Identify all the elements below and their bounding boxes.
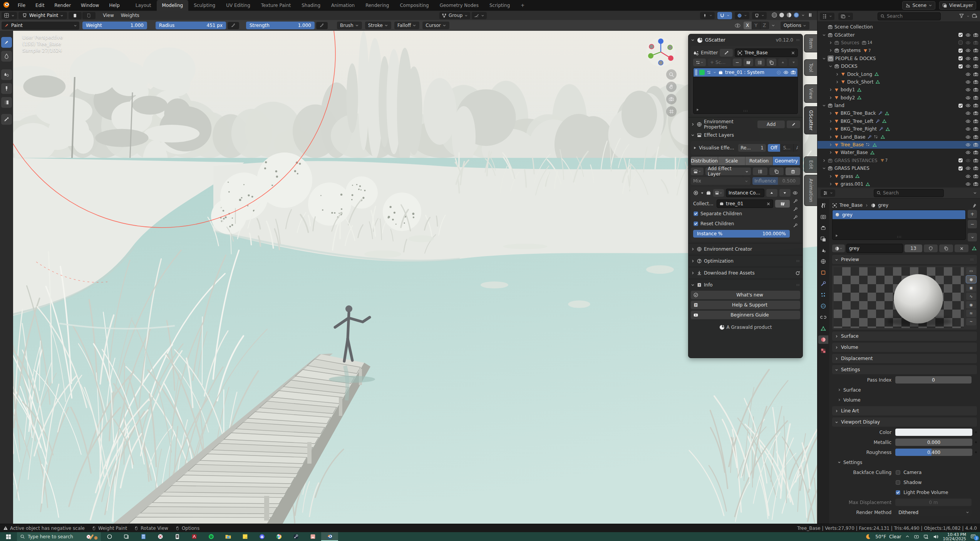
weight-slider[interactable]: Weight1.000 (82, 22, 147, 29)
eye-icon[interactable] (965, 48, 971, 53)
eye-icon[interactable] (965, 87, 971, 92)
instance-percent-slider[interactable]: Instance %100.000% (693, 230, 790, 238)
pause-icon[interactable] (808, 12, 812, 19)
fake-user-button[interactable] (924, 245, 938, 252)
camera-icon[interactable] (973, 95, 978, 100)
taskbar-app-redapp[interactable] (186, 532, 203, 541)
add-workspace-button[interactable]: + (515, 0, 530, 11)
taskbar-app-device[interactable] (169, 532, 186, 541)
taskbar-app-steam[interactable] (287, 532, 304, 541)
brush-selector[interactable]: Paint (2, 22, 79, 30)
properties-tab-output[interactable] (818, 224, 828, 232)
camera-icon[interactable] (973, 56, 978, 61)
properties-tab-particles[interactable] (818, 291, 828, 299)
menu-file[interactable]: File (13, 0, 30, 11)
mirror-axis-x[interactable]: X (744, 22, 752, 29)
menu-render[interactable]: Render (49, 0, 76, 11)
collection-field[interactable]: tree_01 (717, 199, 773, 208)
sidebar-tab-animation[interactable]: Animation (804, 175, 817, 206)
taskbar-app-calculator[interactable] (135, 532, 152, 541)
preview-type-shaderball[interactable]: ◉ (966, 301, 976, 308)
layer-eye-icon[interactable] (792, 190, 798, 196)
shading-material-icon[interactable] (786, 12, 792, 19)
move-up-button[interactable] (778, 59, 787, 66)
outliner-row[interactable]: Scene Collection (818, 23, 980, 31)
effect-tab-rotation[interactable]: Rotation (745, 157, 773, 165)
new-collection-icon[interactable] (972, 13, 978, 20)
weather-temp[interactable]: 50°F Clear (875, 534, 901, 539)
menu-help[interactable]: Help (104, 0, 124, 11)
proportional-edit-dropdown[interactable] (735, 12, 749, 19)
taskbar-app-blender[interactable] (321, 532, 338, 541)
outliner-row[interactable]: grass (818, 172, 980, 180)
displacement-panel-header[interactable]: Displacement (832, 354, 977, 363)
properties-tab-world[interactable] (818, 257, 828, 266)
layer-name-field[interactable]: Instance Collecti... (726, 189, 764, 197)
eye-icon[interactable] (965, 64, 971, 69)
move-down-button[interactable] (789, 59, 798, 66)
taskbar-app-snip[interactable] (152, 532, 169, 541)
checkbox-icon[interactable] (958, 166, 963, 171)
layer-kind-dropdown[interactable] (713, 189, 724, 197)
volume-panel-header[interactable]: Volume (832, 343, 977, 352)
camera-icon[interactable] (973, 79, 978, 85)
outliner-row[interactable]: GRASS PLANES (818, 164, 980, 172)
radius-pressure-toggle[interactable] (228, 22, 239, 29)
camera-icon[interactable] (973, 119, 978, 124)
outliner-row[interactable]: Systems7 (818, 47, 980, 54)
gscatter-header[interactable]: GScatter v0.12.0 (691, 36, 800, 44)
zoom-button[interactable] (666, 69, 677, 80)
weight-tool-dropdown[interactable] (752, 12, 767, 19)
unlink-material-button[interactable] (955, 245, 968, 252)
shading-solid-icon[interactable] (779, 12, 785, 19)
eye-icon[interactable] (965, 103, 971, 108)
checkbox-icon[interactable] (958, 32, 963, 37)
outliner-row[interactable]: Dock_Long (818, 70, 980, 78)
tab-modeling[interactable]: Modeling (157, 0, 189, 11)
properties-tab-render[interactable] (818, 213, 828, 221)
environment-creator-row[interactable]: Environment Creator (691, 245, 800, 253)
eye-icon[interactable] (965, 79, 971, 85)
viewport-3d[interactable]: User Perspective (155) Tree_Base Sample … (13, 31, 817, 524)
metallic-field[interactable]: 0.000 (895, 439, 972, 446)
viewport-menu-view[interactable]: View (99, 13, 117, 18)
outliner-row[interactable]: PEOPLE & DOCKS (818, 55, 980, 62)
tool-blur[interactable] (1, 51, 12, 62)
max-displacement-field[interactable]: 0 m (895, 499, 972, 506)
checkbox-icon[interactable] (958, 64, 963, 69)
effect-layers-row[interactable]: Effect Layers (691, 131, 800, 139)
material-slot-list[interactable]: grey (832, 210, 966, 240)
list-grip-icon[interactable] (743, 109, 748, 112)
clear-collection-icon[interactable] (766, 202, 771, 206)
properties-tab-tool[interactable] (818, 201, 828, 210)
camera-icon[interactable] (973, 103, 978, 108)
tab-rendering[interactable]: Rendering (360, 0, 394, 11)
line-art-panel-header[interactable]: Line Art (832, 406, 977, 415)
eye-icon[interactable] (965, 181, 971, 187)
preview-type-fluid[interactable]: ~ (966, 318, 976, 325)
backface-shadow-checkbox[interactable]: Shadow (895, 480, 921, 485)
options-dropdown[interactable]: Options (781, 22, 809, 30)
perspective-toggle-button[interactable] (666, 106, 677, 117)
eye-icon[interactable] (965, 150, 971, 155)
eye-icon[interactable] (965, 134, 971, 140)
tool-sample[interactable] (1, 114, 12, 125)
tool-draw[interactable] (1, 37, 12, 48)
wrench-icon[interactable] (793, 215, 798, 220)
preview-type-cloth[interactable]: ≋ (966, 310, 976, 317)
tab-uv-editing[interactable]: UV Editing (221, 0, 256, 11)
eye-icon[interactable] (965, 56, 971, 61)
outliner-row[interactable]: GRASS INSTANCES7 (818, 157, 980, 164)
navigation-gizmo[interactable] (645, 37, 676, 67)
mix-dropdown[interactable]: Mix (691, 177, 750, 185)
add-slot-button[interactable]: + (968, 210, 977, 218)
layer-expand-icon[interactable] (700, 191, 704, 195)
tab-layout[interactable]: Layout (130, 0, 157, 11)
properties-tab-viewlayer[interactable] (818, 235, 828, 243)
outliner-row[interactable]: DOCKS (818, 62, 980, 70)
backface-camera-checkbox[interactable]: Camera (895, 470, 921, 475)
strength-pressure-toggle[interactable] (316, 22, 328, 29)
outliner-row[interactable]: GScatter (818, 31, 980, 39)
camera-icon[interactable] (791, 70, 796, 75)
eye-icon[interactable] (965, 126, 971, 132)
